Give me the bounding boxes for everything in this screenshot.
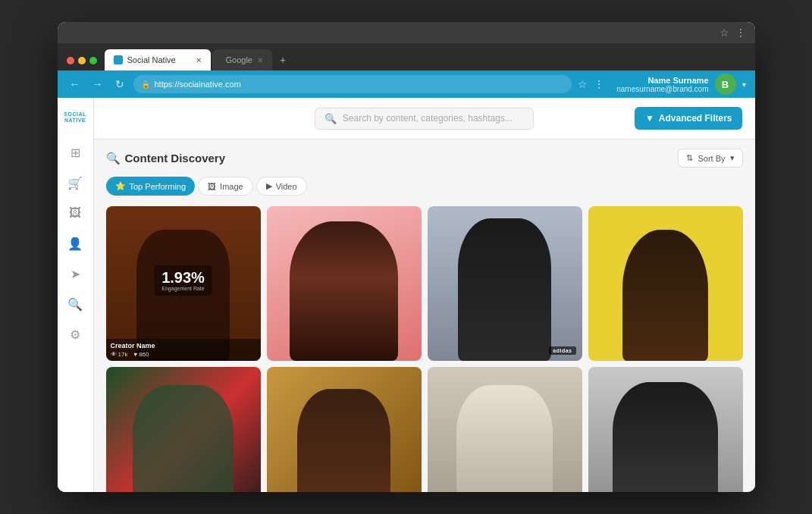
content-tabs: ⭐ Top Performing 🖼 Image ▶ Video [106,177,743,196]
person-shape-2 [290,221,398,361]
bookmark-icon[interactable]: ☆ [578,78,588,90]
search-icon: 🔍 [324,113,337,124]
tabs-bar: Social Native ✕ Google ✕ + [58,43,755,71]
google-tab-close[interactable]: ✕ [257,56,263,64]
person-shape-5 [133,385,234,492]
fullscreen-traffic-light[interactable] [89,57,97,64]
person-shape-6 [297,389,390,492]
brand-label-3: adidas [549,346,575,355]
tab-social-native[interactable]: Social Native ✕ [105,49,211,71]
item-8-figure [588,367,743,492]
app-container: SOCIAL NATIVE ⊞ 🛒 🖼 👤 ➤ 🔍 ⚙ 🔍 [58,98,755,492]
nav-bar: ← → ↻ 🔒 https://socialnative.com ☆ ⋮ Nam… [58,71,755,98]
sidebar-item-media[interactable]: 🖼 [63,201,87,225]
engagement-rate-value: 1.93% [161,269,205,286]
menu-icon[interactable]: ⋮ [735,27,746,39]
page-title: 🔍 Content Discovery [106,152,226,165]
user-info: Name Surname namesurname@brand.com [616,76,708,93]
app-logo: SOCIAL NATIVE [61,107,89,128]
tab-label: Social Native [127,55,176,64]
likes-icon: ♥ [133,351,137,358]
tab-favicon [114,55,123,64]
sidebar-item-settings[interactable]: ⚙ [63,322,87,346]
star-icon[interactable]: ☆ [720,27,729,39]
engagement-overlay: 1.93% Engagement Rate [154,265,212,296]
grid-item-4[interactable] [588,206,743,361]
lock-icon: 🔒 [141,80,150,89]
logo-text-line1: SOCIAL [64,111,86,118]
sort-label: Sort By [698,154,725,163]
google-tab-label: Google [226,55,252,64]
page-title-row: 🔍 Content Discovery ⇅ Sort By ▾ [106,149,743,168]
person-shape-7 [456,385,552,492]
logo-text-line2: NATIVE [64,118,86,124]
grid-item-2[interactable] [267,206,422,361]
tab-image[interactable]: 🖼 Image [198,177,253,196]
refresh-button[interactable]: ↻ [112,77,127,92]
tab-top-performing[interactable]: ⭐ Top Performing [106,177,196,196]
tab-video[interactable]: ▶ Video [256,177,307,196]
item-1-creator-info: Creator Name 👁 17k ♥ 860 [106,339,261,361]
image-grid: 1.93% Engagement Rate Creator Name 👁 17k [106,206,743,492]
tab-google[interactable]: Google ✕ [212,49,272,71]
grid-item-6[interactable] [267,367,422,492]
app-header: 🔍 ▼ Advanced Filters [94,98,755,139]
forward-button[interactable]: → [89,77,106,92]
nav-right-icons: ☆ ⋮ [578,78,604,90]
dropdown-arrow-icon[interactable]: ▾ [742,80,746,89]
top-performing-icon: ⭐ [115,181,126,191]
grid-item-5[interactable] [106,367,261,492]
video-tab-icon: ▶ [266,181,272,191]
back-button[interactable]: ← [67,77,83,92]
item-7-figure [428,367,582,492]
os-bar: ☆ ⋮ [58,22,755,43]
grid-item-7[interactable]: Timberland [428,367,582,492]
sidebar-item-send[interactable]: ➤ [63,262,87,286]
user-avatar[interactable]: B [715,74,736,95]
content-discovery-icon: 🔍 [106,152,121,165]
new-tab-button[interactable]: + [274,49,292,71]
person-shape-3 [458,218,550,361]
close-traffic-light[interactable] [67,57,74,64]
grid-item-1[interactable]: 1.93% Engagement Rate Creator Name 👁 17k [106,206,261,361]
sidebar-item-shopping[interactable]: 🛒 [63,171,87,195]
sidebar-item-search[interactable]: 🔍 [63,292,87,316]
creator-stats: 👁 17k ♥ 860 [111,351,256,358]
item-6-figure [267,367,422,492]
search-input[interactable] [343,113,524,124]
likes-stat: ♥ 860 [133,351,149,358]
views-stat: 👁 17k [111,351,128,358]
sort-dropdown-icon: ▾ [730,153,735,163]
creator-name: Creator Name [111,342,256,349]
sidebar: SOCIAL NATIVE ⊞ 🛒 🖼 👤 ➤ 🔍 ⚙ [58,98,94,492]
grid-item-8[interactable]: CALVIN KLEIN JEANS [588,367,743,492]
image-tab-icon: 🖼 [208,182,216,191]
address-bar[interactable]: 🔒 https://socialnative.com [133,75,572,93]
page-title-text: Content Discovery [125,152,226,165]
user-area: Name Surname namesurname@brand.com B ▾ [616,74,745,95]
advanced-filters-button[interactable]: ▼ Advanced Filters [635,107,743,130]
item-5-figure [106,367,261,492]
more-icon[interactable]: ⋮ [594,78,604,90]
browser-window: ☆ ⋮ Social Native ✕ Google ✕ + ← → ↻ 🔒 [58,22,755,492]
user-email: namesurname@brand.com [616,85,708,93]
person-shape-4 [622,230,707,361]
item-2-figure [267,206,422,361]
filter-icon: ▼ [645,113,654,124]
tab-close-icon[interactable]: ✕ [196,56,202,64]
sidebar-item-profile[interactable]: 👤 [63,231,87,255]
sort-by-button[interactable]: ⇅ Sort By ▾ [678,149,742,168]
item-3-figure [428,206,582,361]
user-name: Name Surname [616,76,708,85]
minimize-traffic-light[interactable] [78,57,86,64]
search-container: 🔍 [315,108,534,130]
views-icon: 👁 [111,351,117,358]
sidebar-item-dashboard[interactable]: ⊞ [63,140,87,165]
content-body: 🔍 Content Discovery ⇅ Sort By ▾ ⭐ Top Pe… [94,139,755,492]
url-text: https://socialnative.com [155,80,241,89]
grid-item-3[interactable]: adidas [428,206,582,361]
person-shape-8 [613,382,718,492]
advanced-filters-label: Advanced Filters [659,113,732,124]
sort-icon: ⇅ [686,153,693,163]
main-content: 🔍 ▼ Advanced Filters 🔍 Content Discove [94,98,755,492]
